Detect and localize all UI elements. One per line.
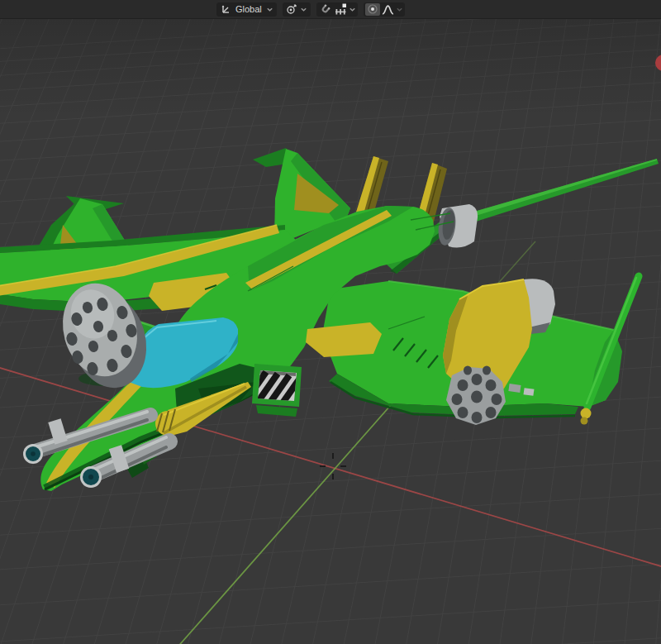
model-fighter-jet[interactable] (0, 148, 659, 491)
orientation-axes-icon (220, 3, 231, 15)
proportional-editing-dot-icon[interactable] (365, 3, 380, 16)
proportional-editing-group (364, 2, 405, 17)
viewport-3d[interactable] (0, 0, 661, 644)
viewport-header: Global (0, 0, 661, 19)
chevron-down-icon[interactable] (349, 6, 356, 13)
snap-magnet-icon[interactable] (318, 3, 333, 16)
viewport-shading (0, 18, 661, 117)
pivot-point-icon (286, 3, 297, 15)
transform-orientation-dropdown[interactable]: Global (216, 2, 277, 17)
chevron-down-icon[interactable] (396, 6, 403, 13)
chevron-down-icon (266, 6, 273, 13)
right-wing-panel (306, 322, 382, 357)
snapping-group (316, 2, 358, 17)
pivot-point-dropdown[interactable] (283, 2, 311, 17)
snap-increment-icon[interactable] (335, 3, 347, 16)
chevron-down-icon (300, 6, 307, 13)
blender-window: Global (0, 0, 661, 644)
falloff-curve-icon[interactable] (382, 3, 394, 16)
transform-orientation-label: Global (234, 2, 264, 17)
cursor-3d[interactable] (320, 453, 346, 479)
